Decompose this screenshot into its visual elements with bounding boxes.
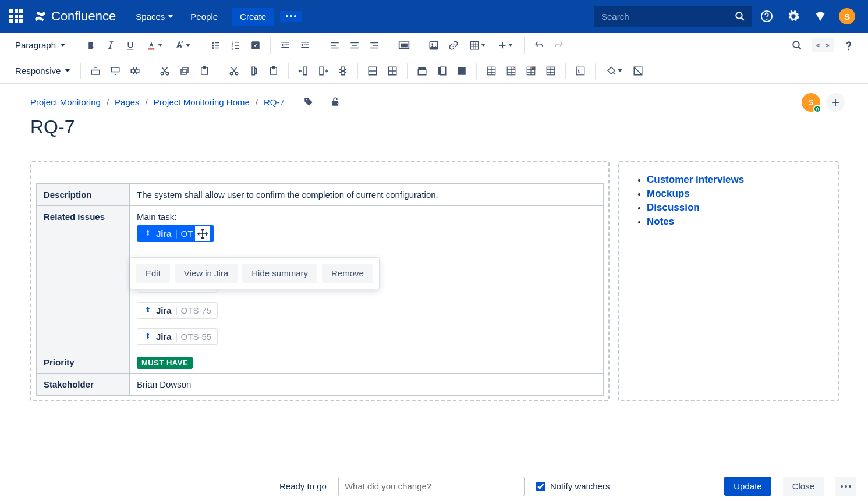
undo-button[interactable] (529, 35, 549, 55)
settings-icon[interactable] (782, 5, 805, 28)
link-button[interactable] (444, 35, 463, 55)
row-value[interactable]: MUST HAVE (130, 351, 604, 374)
find-button[interactable] (787, 35, 807, 55)
side-link[interactable]: Discussion (647, 202, 700, 213)
row-label[interactable]: Stakeholder (37, 374, 130, 396)
no-heading-button[interactable] (452, 61, 472, 81)
spec-table[interactable]: Description The system shall allow user … (36, 183, 604, 396)
bullet-list-button[interactable] (206, 35, 226, 55)
col-insert-after-button[interactable] (313, 61, 333, 81)
search-icon[interactable] (728, 11, 752, 22)
align-center-button[interactable] (345, 35, 364, 55)
table-style-2-button[interactable] (501, 61, 521, 81)
row-value[interactable]: Brian Dowson (130, 374, 604, 396)
redo-button[interactable] (549, 35, 569, 55)
col-cut-button[interactable] (224, 61, 244, 81)
italic-button[interactable] (101, 35, 121, 55)
create-button[interactable]: Create (232, 8, 274, 26)
row-insert-before-button[interactable] (86, 61, 105, 81)
task-list-button[interactable] (246, 35, 265, 55)
insert-button[interactable] (491, 41, 519, 50)
table-style-1-button[interactable] (481, 61, 501, 81)
editor-canvas[interactable]: S A Project Monitoring / Pages / Project… (0, 84, 868, 471)
page-title[interactable]: RQ-7 (30, 116, 845, 138)
row-value[interactable]: Main task: Jira | OT Edit Vi (130, 206, 604, 351)
row-insert-after-button[interactable] (105, 61, 125, 81)
restrictions-icon[interactable] (330, 97, 341, 107)
macro-view-button[interactable]: View in Jira (175, 264, 238, 283)
profile-avatar[interactable]: S (835, 5, 859, 28)
split-cells-button[interactable] (382, 61, 402, 81)
side-link[interactable]: Mockups (647, 188, 690, 199)
underline-button[interactable] (121, 35, 140, 55)
heading-row-button[interactable] (412, 61, 432, 81)
confluence-logo[interactable]: Confluence (34, 9, 116, 24)
table-row: Description The system shall allow user … (37, 184, 604, 206)
svg-rect-60 (183, 67, 188, 73)
macro-edit-button[interactable]: Edit (136, 264, 170, 283)
table-style-4-button[interactable] (541, 61, 561, 81)
cut-row-button[interactable] (155, 61, 175, 81)
layout-button[interactable] (394, 35, 414, 55)
svg-rect-31 (350, 42, 359, 43)
bold-button[interactable] (81, 35, 101, 55)
layout-column-side[interactable]: Customer interviews Mockups Discussion N… (618, 161, 839, 401)
row-label[interactable]: Priority (37, 351, 130, 374)
numbered-headings-button[interactable]: 1 (571, 61, 590, 81)
labels-icon[interactable] (303, 97, 314, 107)
side-link[interactable]: Customer interviews (647, 174, 744, 185)
svg-rect-13 (215, 45, 220, 46)
image-button[interactable] (424, 35, 444, 55)
heading-col-button[interactable] (432, 61, 452, 81)
source-editor-button[interactable]: < > (812, 38, 834, 52)
collaborator-avatar[interactable]: S A (802, 93, 820, 112)
jira-macro[interactable]: Jira | OTS-75 (137, 302, 218, 319)
editor-help-button[interactable] (839, 35, 859, 55)
align-left-button[interactable] (325, 35, 345, 55)
priority-badge: MUST HAVE (137, 357, 193, 369)
paste-row-button[interactable] (194, 61, 214, 81)
paragraph-style-select[interactable]: Paragraph (9, 37, 71, 54)
nav-spaces[interactable]: Spaces (129, 7, 180, 26)
row-label[interactable]: Related issues (37, 206, 130, 351)
nav-people[interactable]: People (183, 7, 225, 26)
number-list-button[interactable]: 123 (226, 35, 246, 55)
cell-fill-button[interactable] (600, 66, 628, 76)
breadcrumb-current[interactable]: RQ-7 (264, 97, 285, 107)
help-icon[interactable] (755, 5, 778, 28)
table-style-3-button[interactable] (521, 61, 541, 81)
align-right-button[interactable] (364, 35, 384, 55)
delete-table-button[interactable] (628, 61, 648, 81)
merge-cells-button[interactable] (363, 61, 382, 81)
svg-line-49 (798, 47, 801, 49)
layout-column-main[interactable]: Description The system shall allow user … (30, 161, 610, 401)
more-formatting-button[interactable] (168, 40, 196, 51)
row-delete-button[interactable] (125, 61, 145, 81)
breadcrumb-pages[interactable]: Pages (115, 97, 140, 107)
jira-macro-selected[interactable]: Jira | OT (137, 225, 214, 242)
responsive-select[interactable]: Responsive (9, 62, 76, 79)
indent-button[interactable] (295, 35, 315, 55)
macro-remove-button[interactable]: Remove (322, 264, 373, 283)
breadcrumb-space[interactable]: Project Monitoring (30, 97, 101, 107)
text-color-button[interactable] (140, 40, 168, 51)
app-switcher-icon[interactable] (9, 9, 23, 23)
search-box[interactable] (594, 6, 752, 27)
row-value[interactable]: The system shall allow user to confirm t… (130, 184, 604, 206)
col-paste-button[interactable] (264, 61, 284, 81)
copy-row-button[interactable] (175, 61, 194, 81)
search-input[interactable] (594, 12, 728, 22)
macro-hide-button[interactable]: Hide summary (242, 264, 317, 283)
row-label[interactable]: Description (37, 184, 130, 206)
table-button[interactable] (463, 40, 491, 51)
side-link[interactable]: Notes (647, 216, 674, 227)
col-copy-button[interactable] (244, 61, 264, 81)
more-menu-button[interactable] (280, 11, 302, 22)
notifications-icon[interactable] (809, 5, 832, 28)
add-collaborator-button[interactable] (826, 93, 845, 112)
breadcrumb-home[interactable]: Project Monitoring Home (154, 97, 250, 107)
col-insert-before-button[interactable] (293, 61, 313, 81)
col-delete-button[interactable] (333, 61, 353, 81)
jira-macro[interactable]: Jira | OTS-55 (137, 328, 218, 345)
outdent-button[interactable] (275, 35, 295, 55)
